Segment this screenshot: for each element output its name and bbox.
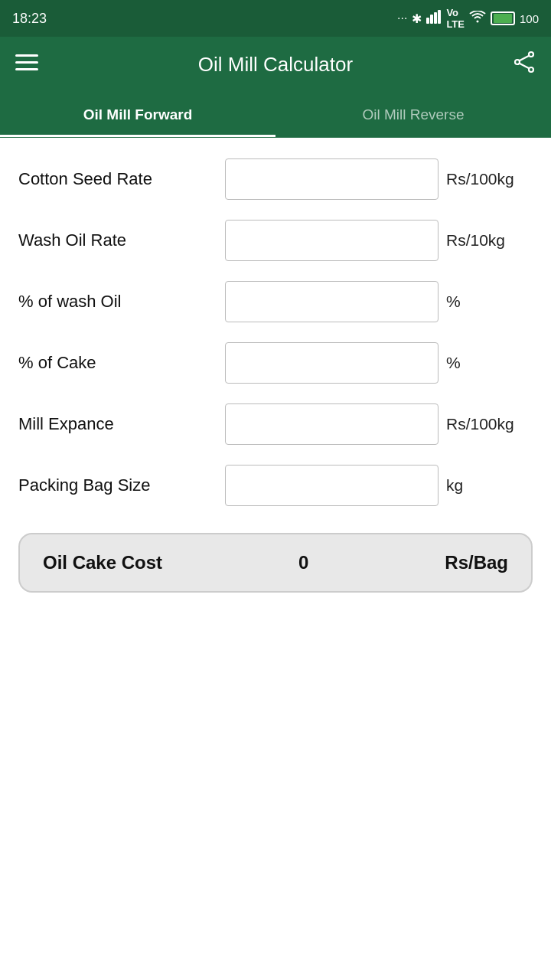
lte-icon: VoLTE <box>446 7 465 30</box>
pct-cake-row: % of Cake % <box>18 337 533 389</box>
wash-oil-rate-input[interactable] <box>225 220 439 261</box>
svg-line-10 <box>520 55 530 60</box>
cotton-seed-rate-row: Cotton Seed Rate Rs/100kg <box>18 153 533 205</box>
svg-point-8 <box>515 60 520 64</box>
packing-bag-size-unit: kg <box>446 476 463 495</box>
pct-cake-unit: % <box>446 354 461 372</box>
status-time: 18:23 <box>12 11 47 27</box>
pct-wash-oil-input[interactable] <box>225 281 439 322</box>
svg-line-11 <box>520 63 530 68</box>
result-card: Oil Cake Cost 0 Rs/Bag <box>18 533 533 593</box>
svg-point-7 <box>529 52 533 57</box>
svg-point-9 <box>529 67 533 72</box>
hamburger-icon[interactable] <box>15 52 38 77</box>
app-title: Oil Mill Calculator <box>38 53 513 77</box>
app-bar: Oil Mill Calculator <box>0 37 551 92</box>
packing-bag-size-input[interactable] <box>225 465 439 506</box>
pct-wash-oil-unit: % <box>446 292 461 311</box>
result-label: Oil Cake Cost <box>43 552 162 573</box>
bluetooth-icon: ✱ <box>412 11 422 26</box>
pct-wash-oil-label: % of wash Oil <box>18 292 225 312</box>
wifi-icon <box>469 11 486 26</box>
tab-oil-mill-reverse[interactable]: Oil Mill Reverse <box>276 92 551 137</box>
svg-rect-2 <box>434 12 437 24</box>
result-unit: Rs/Bag <box>445 552 508 573</box>
mill-expance-label: Mill Expance <box>18 414 225 434</box>
svg-rect-4 <box>15 54 38 57</box>
wash-oil-rate-unit: Rs/10kg <box>446 231 505 250</box>
tab-oil-mill-forward[interactable]: Oil Mill Forward <box>0 92 276 137</box>
battery-icon <box>491 11 515 25</box>
cotton-seed-rate-label: Cotton Seed Rate <box>18 169 225 189</box>
pct-cake-input[interactable] <box>225 342 439 384</box>
wash-oil-rate-label: Wash Oil Rate <box>18 230 225 250</box>
form-content: Cotton Seed Rate Rs/100kg Wash Oil Rate … <box>0 138 551 629</box>
tab-bar: Oil Mill Forward Oil Mill Reverse <box>0 92 551 138</box>
packing-bag-size-label: Packing Bag Size <box>18 475 225 495</box>
status-icons: ··· ✱ VoLTE 100 <box>397 7 539 30</box>
mill-expance-unit: Rs/100kg <box>446 415 514 433</box>
mill-expance-input[interactable] <box>225 403 439 445</box>
signal-icon <box>426 10 442 27</box>
share-icon[interactable] <box>513 51 536 79</box>
pct-wash-oil-row: % of wash Oil % <box>18 276 533 328</box>
cotton-seed-rate-unit: Rs/100kg <box>446 170 514 188</box>
svg-rect-3 <box>438 10 441 24</box>
packing-bag-size-row: Packing Bag Size kg <box>18 459 533 511</box>
status-bar: 18:23 ··· ✱ VoLTE 100 <box>0 0 551 37</box>
battery-percent: 100 <box>520 12 539 25</box>
svg-rect-6 <box>15 68 38 70</box>
svg-rect-1 <box>430 15 433 24</box>
svg-rect-5 <box>15 61 38 64</box>
dots-icon: ··· <box>397 11 407 25</box>
wash-oil-rate-row: Wash Oil Rate Rs/10kg <box>18 214 533 266</box>
svg-rect-0 <box>426 18 429 24</box>
cotton-seed-rate-input[interactable] <box>225 158 439 200</box>
pct-cake-label: % of Cake <box>18 353 225 373</box>
result-value: 0 <box>298 552 308 573</box>
mill-expance-row: Mill Expance Rs/100kg <box>18 398 533 450</box>
